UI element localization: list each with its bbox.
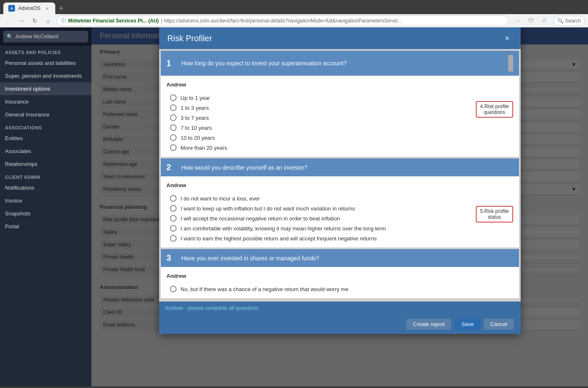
radio-input[interactable] — [170, 144, 177, 151]
sidebar-item-personal-assets[interactable]: Personal assets and liabilities — [0, 57, 91, 69]
sidebar-item-relationships[interactable]: Relationships — [0, 158, 91, 171]
cancel-button[interactable]: Cancel — [484, 319, 514, 330]
option-label: I want to earn the highest possible retu… — [181, 235, 377, 242]
radio-input[interactable] — [170, 114, 177, 121]
radio-option[interactable]: I will accept the occasional negative re… — [167, 213, 468, 223]
tab-close-button[interactable]: × — [44, 5, 50, 12]
radio-option[interactable]: I want to earn the highest possible retu… — [167, 233, 468, 243]
assets-section: ASSETS AND POLICIES Personal assets and … — [0, 46, 91, 121]
client-search-input[interactable]: 🔍 Andrew McCellland — [3, 31, 88, 42]
modal-close-button[interactable]: × — [502, 33, 512, 43]
extensions-button[interactable]: ··· — [512, 15, 524, 27]
client-admin-section: CLIENT ADMIN Notifications Invoice Snaps… — [0, 171, 91, 233]
back-button[interactable]: ← — [3, 16, 13, 26]
radio-option[interactable]: I want to keep up with inflation but I d… — [167, 203, 468, 213]
radio-input[interactable] — [170, 104, 177, 111]
radio-input[interactable] — [170, 215, 177, 222]
option-label: 7 to 10 years — [181, 125, 212, 131]
radio-input[interactable] — [170, 134, 177, 141]
sidebar-item-investment-options[interactable]: Investment options — [0, 82, 91, 95]
sidebar-item-associates[interactable]: Associates — [0, 145, 91, 158]
tab-favicon: A — [8, 5, 15, 12]
search-icon: 🔍 — [557, 18, 563, 24]
tab-bar: A AdviceOS × + — [0, 0, 588, 14]
sidebar-search-area: 🔍 Andrew McCellland — [0, 27, 91, 46]
option-label: More than 20 years — [181, 145, 227, 151]
completion-note: Andrew - please complete all questions — [159, 302, 521, 314]
person-label-3: Andrew — [167, 271, 513, 281]
option-label: I am comfortable with volatility, knowin… — [181, 225, 386, 232]
site-name: Midwinter Financial Services Pt... (AU) — [68, 18, 159, 24]
main-content: Personal information Primary Salutation … — [91, 27, 588, 386]
modal-header: Risk Profiler × — [159, 27, 521, 49]
browser-search-label: Search — [565, 18, 581, 24]
address-bar: ← → ↻ ⌂ ⓘ Midwinter Financial Services P… — [0, 14, 588, 27]
browser-search-box[interactable]: 🔍 Search — [554, 16, 585, 26]
radio-option[interactable]: 1 to 3 years — [167, 103, 468, 113]
modal-body[interactable]: 1 How long do you expect to invest your … — [159, 49, 521, 302]
url-bar[interactable]: ⓘ Midwinter Financial Services Pt... (AU… — [57, 15, 509, 26]
sidebar-item-invoice[interactable]: Invoice — [0, 194, 91, 207]
person-label-1: Andrew — [167, 80, 513, 89]
shield-button[interactable]: 🛡 — [525, 15, 537, 27]
options-list-1: Up to 1 year 1 to 3 years 3 to 7 years — [167, 93, 468, 153]
radio-input[interactable] — [170, 235, 177, 242]
question-text-2: How would you describe yourself as an in… — [182, 164, 308, 171]
bookmark-button[interactable]: ☆ — [539, 15, 550, 27]
modal-footer: Create report Save Cancel — [159, 314, 521, 334]
assets-section-label: ASSETS AND POLICIES — [0, 46, 91, 57]
new-tab-button[interactable]: + — [55, 2, 67, 14]
modal-title: Risk Profiler — [167, 34, 212, 43]
option-label: No, but if there was a chance of a negat… — [181, 286, 349, 292]
app-layout: 🔍 Andrew McCellland ASSETS AND POLICIES … — [0, 27, 588, 386]
radio-option[interactable]: I do not want to incur a loss, ever — [167, 193, 468, 203]
active-tab[interactable]: A AdviceOS × — [3, 2, 55, 14]
question-header-2: 2 How would you describe yourself as an … — [161, 158, 519, 176]
save-button[interactable]: Save — [455, 319, 480, 330]
radio-option[interactable]: No, but if there was a chance of a negat… — [167, 284, 513, 294]
url-path: | https://adviceos.com.au/client/fact-fi… — [161, 18, 402, 24]
question-block-3: 3 Have you ever invested in shares or ma… — [161, 249, 519, 298]
radio-option[interactable]: 10 to 20 years — [167, 133, 468, 143]
sidebar-item-portal[interactable]: Portal — [0, 220, 91, 233]
search-icon: 🔍 — [7, 34, 13, 40]
radio-option[interactable]: 3 to 7 years — [167, 113, 468, 123]
modal-overlay: Risk Profiler × 1 How long do you expect… — [91, 27, 588, 386]
sidebar-item-notifications[interactable]: Notifications — [0, 181, 91, 194]
sidebar: 🔍 Andrew McCellland ASSETS AND POLICIES … — [0, 27, 91, 386]
refresh-button[interactable]: ↻ — [30, 16, 40, 26]
annotation-callout-1: 4.Risk profilequestions — [476, 101, 513, 118]
radio-option[interactable]: I am comfortable with volatility, knowin… — [167, 223, 468, 233]
radio-input[interactable] — [170, 195, 177, 202]
radio-input[interactable] — [170, 94, 177, 101]
question-text-3: Have you ever invested in shares or mana… — [182, 255, 320, 262]
option-label: I do not want to incur a loss, ever — [181, 195, 260, 202]
question-text-1: How long do you expect to invest your su… — [182, 60, 347, 67]
sidebar-item-insurance[interactable]: Insurance — [0, 95, 91, 108]
annotation-1: 4.Risk profilequestions — [476, 101, 513, 118]
option-label: 10 to 20 years — [181, 135, 215, 141]
sidebar-item-entities[interactable]: Entities — [0, 132, 91, 145]
radio-option[interactable]: 7 to 10 years — [167, 123, 468, 133]
radio-option[interactable]: More than 20 years — [167, 143, 468, 153]
radio-input[interactable] — [170, 225, 177, 232]
security-icon: ⓘ — [61, 17, 66, 24]
question-block-2: 2 How would you describe yourself as an … — [161, 158, 519, 247]
associations-section: ASSOCIATIONS Entities Associates Relatio… — [0, 121, 91, 171]
home-button[interactable]: ⌂ — [43, 16, 53, 26]
sidebar-item-general-insurance[interactable]: General Insurance — [0, 108, 91, 121]
radio-input[interactable] — [170, 286, 177, 292]
question-number-1: 1 — [167, 59, 177, 68]
radio-input[interactable] — [170, 205, 177, 212]
radio-option[interactable]: Up to 1 year — [167, 93, 468, 103]
radio-input[interactable] — [170, 124, 177, 131]
person-label-2: Andrew — [167, 180, 513, 190]
option-label: I will accept the occasional negative re… — [181, 215, 340, 222]
forward-button[interactable]: → — [17, 16, 27, 26]
question-body-3: Andrew No, but if there was a chance of … — [161, 267, 519, 298]
risk-profiler-modal: Risk Profiler × 1 How long do you expect… — [159, 27, 521, 334]
sidebar-item-snapshots[interactable]: Snapshots — [0, 207, 91, 220]
sidebar-item-super-pension[interactable]: Super, pension and investments — [0, 69, 91, 82]
create-report-button[interactable]: Create report — [406, 319, 452, 330]
browser-menu: ··· 🛡 ☆ — [512, 15, 550, 27]
